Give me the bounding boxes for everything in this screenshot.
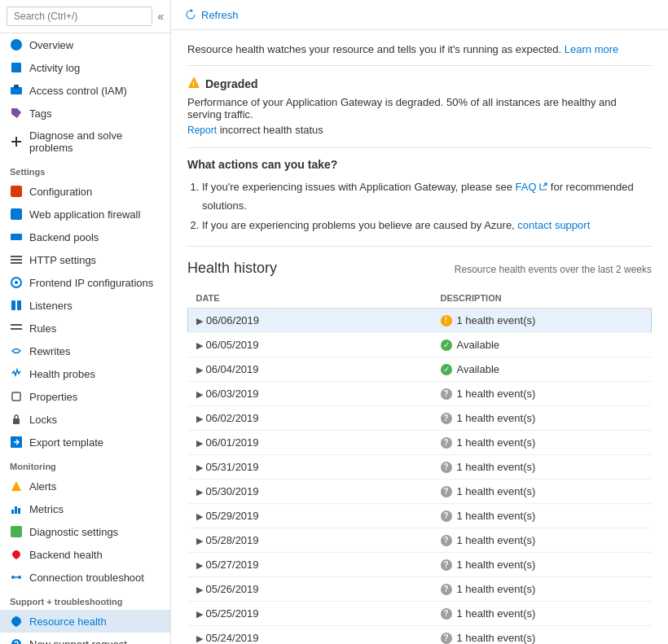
sidebar-item-listeners[interactable]: Listeners <box>0 294 170 317</box>
sidebar-item-tags[interactable]: Tags <box>0 102 170 125</box>
svg-rect-25 <box>11 526 22 537</box>
search-input[interactable] <box>7 7 152 26</box>
sidebar-item-diagnostic-settings[interactable]: Diagnostic settings <box>0 520 170 543</box>
description-text: Available <box>457 339 500 351</box>
row-expand-icon[interactable]: ▶ <box>196 585 203 594</box>
sidebar-item-waf[interactable]: Web application firewall <box>0 203 170 226</box>
sidebar-item-backend-pools[interactable]: Backend pools <box>0 226 170 248</box>
date-value: 06/05/2019 <box>206 339 259 351</box>
sidebar-item-connection-troubleshoot[interactable]: Connection troubleshoot <box>0 566 170 589</box>
table-row[interactable]: ▶05/29/2019 ? 1 health event(s) <box>188 504 652 528</box>
row-expand-icon[interactable]: ▶ <box>196 414 203 423</box>
table-row[interactable]: ▶05/24/2019 ? 1 health event(s) <box>188 626 652 644</box>
refresh-label: Refresh <box>201 9 239 21</box>
row-expand-icon[interactable]: ▶ <box>196 389 203 399</box>
report-link[interactable]: Report <box>187 125 217 136</box>
svg-rect-16 <box>11 324 22 326</box>
action-text-1: If you're experiencing issues with Appli… <box>202 181 512 193</box>
waf-icon <box>10 208 23 221</box>
svg-point-0 <box>11 39 22 50</box>
sidebar-item-diagnose[interactable]: Diagnose and solve problems <box>0 125 170 159</box>
health-history-header: Health history Resource health events ov… <box>187 260 652 277</box>
row-expand-icon[interactable]: ▶ <box>196 487 203 497</box>
svg-rect-7 <box>11 208 22 220</box>
row-expand-icon[interactable]: ▶ <box>196 340 203 350</box>
sidebar-item-alerts[interactable]: Alerts <box>0 475 170 497</box>
info-badge: ? <box>441 608 452 620</box>
sidebar-search-container: « <box>0 0 170 33</box>
health-history-subtitle: Resource health events over the last 2 w… <box>455 264 652 275</box>
description-text: 1 health event(s) <box>457 436 536 449</box>
sidebar-item-locks[interactable]: Locks <box>0 408 170 431</box>
date-cell: ▶05/24/2019 <box>188 626 433 644</box>
row-expand-icon[interactable]: ▶ <box>196 511 203 521</box>
table-row[interactable]: ▶05/25/2019 ? 1 health event(s) <box>188 602 652 626</box>
sidebar-item-resource-health[interactable]: Resource health <box>0 610 170 633</box>
sidebar-item-rules[interactable]: Rules <box>0 317 170 340</box>
sidebar-item-properties[interactable]: Properties <box>0 385 170 408</box>
refresh-button[interactable]: Refresh <box>184 8 239 21</box>
table-row[interactable]: ▶06/05/2019 ✓ Available <box>188 333 652 357</box>
date-value: 06/04/2019 <box>206 363 259 375</box>
info-badge: ? <box>441 535 452 546</box>
svg-rect-23 <box>15 506 17 514</box>
row-expand-icon[interactable]: ▶ <box>196 560 203 570</box>
faq-link[interactable]: FAQ <box>516 181 537 193</box>
description-cell: ✓ Available <box>433 357 652 382</box>
svg-rect-8 <box>11 234 22 240</box>
table-row[interactable]: ▶06/06/2019 ! 1 health event(s) <box>188 309 652 333</box>
http-icon <box>10 253 23 266</box>
sidebar-item-activity-log[interactable]: Activity log <box>0 56 170 79</box>
row-expand-icon[interactable]: ▶ <box>196 609 203 619</box>
health-history-table: DATE DESCRIPTION ▶06/06/2019 ! 1 health … <box>187 288 652 644</box>
description-cell: ✓ Available <box>433 333 652 357</box>
table-row[interactable]: ▶05/27/2019 ? 1 health event(s) <box>188 553 652 577</box>
row-expand-icon[interactable]: ▶ <box>196 365 203 375</box>
contact-support-link[interactable]: contact support <box>517 219 590 231</box>
table-row[interactable]: ▶05/26/2019 ? 1 health event(s) <box>188 577 652 602</box>
svg-marker-21 <box>11 481 21 491</box>
row-expand-icon[interactable]: ▶ <box>196 316 203 326</box>
sidebar-item-iam[interactable]: Access control (IAM) <box>0 79 170 102</box>
sidebar-item-health-probes[interactable]: Health probes <box>0 362 170 385</box>
row-expand-icon[interactable]: ▶ <box>196 438 203 448</box>
date-cell: ▶05/27/2019 <box>188 553 433 577</box>
rewrites-icon <box>10 344 23 357</box>
sidebar-item-http-settings[interactable]: HTTP settings <box>0 248 170 271</box>
table-row[interactable]: ▶06/04/2019 ✓ Available <box>188 357 652 382</box>
sidebar: « Overview Activity log Access control (… <box>0 0 171 644</box>
description-text: Available <box>457 363 500 375</box>
row-expand-icon[interactable]: ▶ <box>196 462 203 472</box>
table-row[interactable]: ▶05/31/2019 ? 1 health event(s) <box>188 455 652 480</box>
svg-point-27 <box>18 576 21 579</box>
date-cell: ▶05/25/2019 <box>188 602 433 626</box>
sidebar-item-frontend[interactable]: Frontend IP configurations <box>0 271 170 294</box>
sidebar-item-configuration[interactable]: Configuration <box>0 180 170 203</box>
sidebar-item-metrics[interactable]: Metrics <box>0 497 170 520</box>
row-expand-icon[interactable]: ▶ <box>196 536 203 545</box>
sidebar-item-overview[interactable]: Overview <box>0 33 170 56</box>
table-row[interactable]: ▶06/03/2019 ? 1 health event(s) <box>188 382 652 406</box>
table-row[interactable]: ▶06/01/2019 ? 1 health event(s) <box>188 431 652 455</box>
description-text: 1 health event(s) <box>457 632 536 644</box>
sidebar-item-export-template[interactable]: Export template <box>0 431 170 453</box>
metrics-icon <box>10 502 23 515</box>
learn-more-link[interactable]: Learn more <box>565 43 618 55</box>
table-row[interactable]: ▶06/02/2019 ? 1 health event(s) <box>188 406 652 431</box>
sidebar-item-new-support[interactable]: New support request <box>0 633 170 644</box>
table-row[interactable]: ▶05/30/2019 ? 1 health event(s) <box>188 480 652 504</box>
svg-rect-14 <box>11 300 15 310</box>
date-value: 05/28/2019 <box>206 534 259 546</box>
description-text: 1 health event(s) <box>457 485 536 497</box>
info-description: Resource health watches your resource an… <box>187 43 561 55</box>
date-value: 06/01/2019 <box>206 436 259 449</box>
date-value: 06/03/2019 <box>206 388 259 400</box>
description-cell: ? 1 health event(s) <box>433 431 652 455</box>
sidebar-item-backend-health[interactable]: Backend health <box>0 543 170 566</box>
resource-health-icon <box>10 615 23 628</box>
row-expand-icon[interactable]: ▶ <box>196 633 203 643</box>
sidebar-item-rewrites[interactable]: Rewrites <box>0 340 170 362</box>
table-row[interactable]: ▶05/28/2019 ? 1 health event(s) <box>188 528 652 553</box>
collapse-icon[interactable]: « <box>157 10 164 23</box>
config-icon <box>10 185 23 198</box>
